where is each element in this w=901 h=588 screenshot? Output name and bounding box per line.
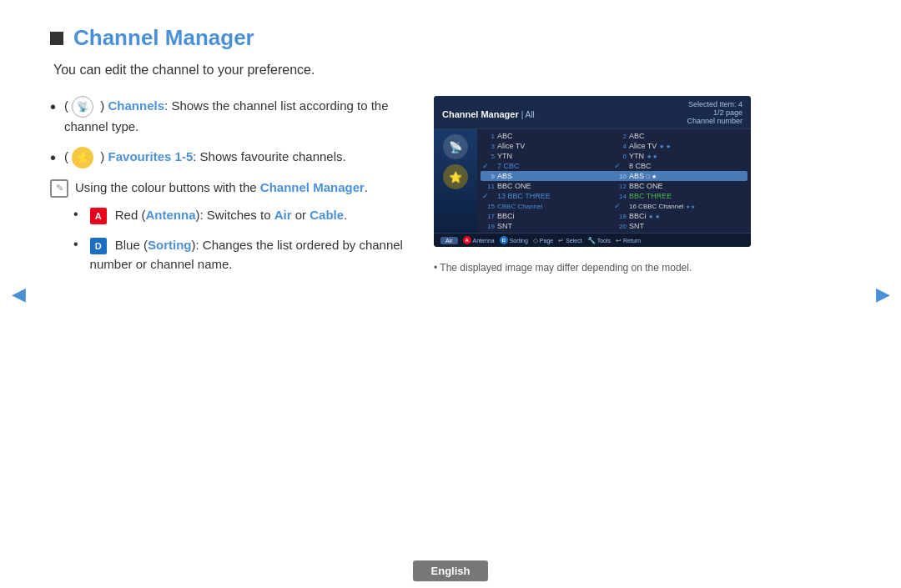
tv-footer: Air A Antenna D Sorting ◇ Page ↵ xyxy=(434,233,751,247)
note-icon: ✎ xyxy=(50,179,68,198)
tv-sidebar: 📡 ⭐ xyxy=(434,129,477,233)
note-channel-manager-link[interactable]: Channel Manager xyxy=(260,180,365,194)
ch-check-7: ✓ xyxy=(482,162,497,170)
page-title: Channel Manager xyxy=(73,25,254,51)
ch-row-8: 15 CBBC Channel ✓ 16 CBBC Channel ★ ★ xyxy=(481,201,747,211)
ch-name-bbcthree1: 13 BBC THREE xyxy=(497,192,614,200)
ch-num-9: 9 xyxy=(482,173,497,180)
ch-name-bbci2: BBCi ★ ★ xyxy=(629,212,746,220)
ch-name-cbc1: 7 CBC xyxy=(497,162,614,170)
note-text-after: . xyxy=(365,180,368,194)
ch-name-bbcone2: BBC ONE xyxy=(629,182,746,190)
title-row: Channel Manager xyxy=(50,25,851,51)
badge-sorting: D xyxy=(500,236,508,244)
bullet-channels: • ( 📡 ) Channels: Shows the channel list… xyxy=(50,96,409,137)
red-text-before: Red ( xyxy=(115,208,146,222)
return-icon: ↩ xyxy=(616,237,622,244)
ch-name-cbc2: 8 CBC xyxy=(629,162,746,170)
tv-selected-info: Selected Item: 4 xyxy=(687,100,742,108)
tv-body: 📡 ⭐ 1 ABC 2 ABC 3 xyxy=(434,129,751,233)
tv-footer-antenna: A Antenna xyxy=(463,236,495,244)
note-section: ✎ Using the colour buttons with the Chan… xyxy=(50,178,409,198)
sub-bullet-red-antenna: • A Red (Antenna): Switches to Air or Ca… xyxy=(73,206,409,225)
tv-header-right: Selected Item: 4 1/2 page Channel number xyxy=(687,100,742,125)
bullet-favourites: • ( ⭐ ) Favourites 1-5: Shows favourite … xyxy=(50,147,409,168)
ch-row-9: 17 BBCi 18 BBCi ★ ★ xyxy=(481,211,747,221)
return-label: Return xyxy=(623,238,641,244)
ch-num-3: 3 xyxy=(482,143,497,150)
note-text: Using the colour buttons with the Channe… xyxy=(75,178,368,198)
badge-blue-d: D xyxy=(90,238,107,254)
tv-footer-select: ↵ Select xyxy=(558,237,581,244)
ch-num-6: 6 xyxy=(614,153,629,160)
ch-num-18: 18 xyxy=(614,213,629,220)
badge-red-a: A xyxy=(90,208,107,224)
favourites-term: Favourites 1-5 xyxy=(108,148,194,163)
antenna-label: Antenna xyxy=(473,238,495,244)
channels-paren-close: ) xyxy=(97,98,108,113)
ch-row-4: ✓ 7 CBC ✓ 8 CBC xyxy=(481,161,747,171)
bullet-text-favourites: ( ⭐ ) Favourites 1-5: Shows favourite ch… xyxy=(64,147,346,168)
sorting-label: Sorting xyxy=(510,238,528,244)
bullet-dot-favourites: • xyxy=(50,147,56,168)
ch-num-10: 10 xyxy=(614,173,629,180)
badge-antenna: A xyxy=(463,236,471,244)
ch-num-15: 15 xyxy=(482,203,497,210)
antenna-link[interactable]: Antenna xyxy=(145,208,195,222)
tv-footer-sorting: D Sorting xyxy=(500,236,528,244)
ch-name-bbcthree2: BBC THREE xyxy=(629,192,746,200)
favourites-icon: ⭐ xyxy=(72,147,93,168)
ch-name-abs1: ABS xyxy=(497,172,614,180)
fav-paren-close: ) xyxy=(97,148,108,163)
ch-row-5-highlighted: 9 ABS 10 ABS □ ★ xyxy=(481,171,747,181)
sub-bullet-dot-red: • xyxy=(73,206,78,224)
page-label: Page xyxy=(540,238,553,244)
bullet-text-channels: ( 📡 ) Channels: Shows the channel list a… xyxy=(64,96,409,137)
content-area: • ( 📡 ) Channels: Shows the channel list… xyxy=(50,96,851,285)
language-bar: English xyxy=(0,554,901,588)
left-column: • ( 📡 ) Channels: Shows the channel list… xyxy=(50,96,409,285)
tv-footer-page: ◇ Page xyxy=(533,237,553,244)
ch-num-17: 17 xyxy=(482,213,497,220)
ch-num-11: 11 xyxy=(482,183,497,190)
sorting-link[interactable]: Sorting xyxy=(148,238,192,252)
tv-title-area: Channel Manager | All xyxy=(442,106,535,120)
tv-sidebar-channel-icon: 📡 xyxy=(443,134,468,159)
blue-text-before: Blue ( xyxy=(115,238,148,252)
fav-paren-open: ( xyxy=(64,148,72,163)
ch-name-ytn1: YTN xyxy=(497,152,614,160)
tv-page-info: 1/2 page xyxy=(687,108,742,117)
sub-bullet-blue-sorting: • D Blue (Sorting): Changes the list ord… xyxy=(73,236,409,274)
tv-header: Channel Manager | All Selected Item: 4 1… xyxy=(434,96,751,129)
ch-name-snt1: SNT xyxy=(497,222,614,230)
tv-footer-return: ↩ Return xyxy=(616,237,641,244)
sub-bullets: • A Red (Antenna): Switches to Air or Ca… xyxy=(50,206,409,274)
red-period: . xyxy=(344,208,347,222)
ch-row-2: 3 Alice TV 4 Alice TV ★ ★ xyxy=(481,141,747,151)
ch-check-8: ✓ xyxy=(614,162,629,170)
select-label: Select xyxy=(566,238,581,244)
tools-label: Tools xyxy=(597,238,611,244)
channels-paren-open: ( xyxy=(64,98,72,113)
ch-name-cbbc1: CBBC Channel xyxy=(497,203,614,210)
ch-num-20: 20 xyxy=(614,223,629,230)
tv-tab: | All xyxy=(521,110,535,119)
ch-check-13: ✓ xyxy=(482,192,497,200)
subtitle: You can edit the channel to your prefere… xyxy=(50,63,851,78)
tv-sidebar-star-icon: ⭐ xyxy=(443,164,468,189)
cable-link[interactable]: Cable xyxy=(310,208,344,222)
ch-name-bbcone1: BBC ONE xyxy=(497,182,614,190)
tv-footer-air-tab[interactable]: Air xyxy=(440,237,458,244)
bullet-dot-channels: • xyxy=(50,96,56,118)
tools-icon: 🔧 xyxy=(587,237,596,244)
tv-footer-tools: 🔧 Tools xyxy=(587,237,611,244)
ch-row-6: 11 BBC ONE 12 BBC ONE xyxy=(481,181,747,191)
sub-bullet-text-red: A Red (Antenna): Switches to Air or Cabl… xyxy=(87,206,348,225)
favourites-text: : Shows favourite channels. xyxy=(193,148,345,163)
select-icon: ↵ xyxy=(558,237,564,244)
ch-check-16: ✓ xyxy=(614,202,629,210)
ch-name-ytn2: YTN ★ ★ xyxy=(629,152,746,160)
note-text-before: Using the colour buttons with the xyxy=(75,180,260,194)
ch-name-abs2: ABS □ ★ xyxy=(629,172,746,180)
air-link[interactable]: Air xyxy=(274,208,292,222)
